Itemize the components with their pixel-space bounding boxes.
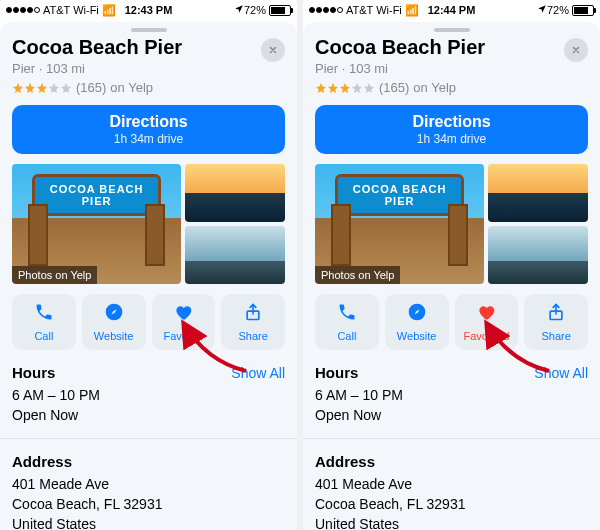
compass-icon	[104, 302, 124, 326]
carrier-label: AT&T Wi-Fi	[43, 4, 99, 16]
address-section: Address 401 Meade Ave Cocoa Beach, FL 32…	[12, 453, 285, 530]
photo-main[interactable]: COCOA BEACH PIER Photos on Yelp	[12, 164, 181, 284]
hours-heading: Hours	[12, 364, 55, 381]
phone-screen: AT&T Wi-Fi 📶 12:44 PM 72% Cocoa Beach Pi…	[303, 0, 600, 530]
address-heading: Address	[12, 453, 72, 470]
action-row: Call Website Favorited Share	[315, 294, 588, 350]
place-subtitle: Pier · 103 mi	[315, 61, 588, 76]
battery-pct: 72%	[547, 4, 569, 16]
status-bar: AT&T Wi-Fi 📶 12:44 PM 72%	[303, 0, 600, 20]
call-button[interactable]: Call	[12, 294, 76, 350]
favorite-button[interactable]: Favorited	[455, 294, 519, 350]
hours-range: 6 AM – 10 PM	[315, 385, 588, 405]
hours-range: 6 AM – 10 PM	[12, 385, 285, 405]
photos-source-badge: Photos on Yelp	[12, 266, 97, 284]
place-title: Cocoa Beach Pier	[12, 36, 285, 59]
address-line: Cocoa Beach, FL 32931	[315, 494, 588, 514]
arch-sign: COCOA BEACH PIER	[335, 174, 464, 216]
place-subtitle: Pier · 103 mi	[12, 61, 285, 76]
drag-handle[interactable]	[434, 28, 470, 32]
action-row: Call Website Favorite Share	[12, 294, 285, 350]
address-line: 401 Meade Ave	[315, 474, 588, 494]
photo-thumb[interactable]	[488, 164, 588, 222]
wifi-icon: 📶	[102, 4, 116, 17]
website-button[interactable]: Website	[385, 294, 449, 350]
photos-source-badge: Photos on Yelp	[315, 266, 400, 284]
share-icon	[243, 302, 263, 326]
address-line: United States	[12, 514, 285, 530]
status-bar: AT&T Wi-Fi 📶 12:43 PM 72%	[0, 0, 297, 20]
battery-icon	[269, 5, 291, 16]
rating-row[interactable]: (165) on Yelp	[315, 80, 588, 95]
photo-strip[interactable]: COCOA BEACH PIER Photos on Yelp	[315, 164, 588, 284]
place-card: Cocoa Beach Pier Pier · 103 mi (165) on …	[303, 22, 600, 530]
clock: 12:43 PM	[125, 4, 173, 16]
place-card: Cocoa Beach Pier Pier · 103 mi (165) on …	[0, 22, 297, 530]
address-line: 401 Meade Ave	[12, 474, 285, 494]
review-count: (165)	[76, 80, 106, 95]
share-icon	[546, 302, 566, 326]
wifi-icon: 📶	[405, 4, 419, 17]
address-heading: Address	[315, 453, 375, 470]
photo-thumb[interactable]	[488, 226, 588, 284]
share-button[interactable]: Share	[524, 294, 588, 350]
photo-main[interactable]: COCOA BEACH PIER Photos on Yelp	[315, 164, 484, 284]
review-count: (165)	[379, 80, 409, 95]
address-line: United States	[315, 514, 588, 530]
website-button[interactable]: Website	[82, 294, 146, 350]
show-all-link[interactable]: Show All	[534, 365, 588, 381]
arch-sign: COCOA BEACH PIER	[32, 174, 161, 216]
heart-icon	[173, 302, 193, 326]
drag-handle[interactable]	[131, 28, 167, 32]
review-source: on Yelp	[413, 80, 456, 95]
photo-thumb[interactable]	[185, 226, 285, 284]
star-icon	[315, 82, 375, 94]
directions-button[interactable]: Directions 1h 34m drive	[12, 105, 285, 154]
divider	[0, 438, 297, 439]
hours-section: Hours Show All 6 AM – 10 PM Open Now	[315, 364, 588, 426]
phone-screen: AT&T Wi-Fi 📶 12:43 PM 72% Cocoa Beach Pi…	[0, 0, 297, 530]
rating-row[interactable]: (165) on Yelp	[12, 80, 285, 95]
show-all-link[interactable]: Show All	[231, 365, 285, 381]
star-icon	[12, 82, 72, 94]
favorite-button[interactable]: Favorite	[152, 294, 216, 350]
close-button[interactable]	[564, 38, 588, 62]
location-icon	[537, 4, 547, 16]
address-line: Cocoa Beach, FL 32931	[12, 494, 285, 514]
carrier-label: AT&T Wi-Fi	[346, 4, 402, 16]
hours-status: Open Now	[315, 405, 588, 425]
compass-icon	[407, 302, 427, 326]
photo-thumb[interactable]	[185, 164, 285, 222]
battery-pct: 72%	[244, 4, 266, 16]
photo-strip[interactable]: COCOA BEACH PIER Photos on Yelp	[12, 164, 285, 284]
directions-button[interactable]: Directions 1h 34m drive	[315, 105, 588, 154]
battery-icon	[572, 5, 594, 16]
phone-icon	[337, 302, 357, 326]
share-button[interactable]: Share	[221, 294, 285, 350]
close-button[interactable]	[261, 38, 285, 62]
hours-status: Open Now	[12, 405, 285, 425]
call-button[interactable]: Call	[315, 294, 379, 350]
hours-section: Hours Show All 6 AM – 10 PM Open Now	[12, 364, 285, 426]
review-source: on Yelp	[110, 80, 153, 95]
divider	[303, 438, 600, 439]
place-title: Cocoa Beach Pier	[315, 36, 588, 59]
heart-icon	[476, 302, 496, 326]
address-section: Address 401 Meade Ave Cocoa Beach, FL 32…	[315, 453, 588, 530]
hours-heading: Hours	[315, 364, 358, 381]
location-icon	[234, 4, 244, 16]
phone-icon	[34, 302, 54, 326]
clock: 12:44 PM	[428, 4, 476, 16]
